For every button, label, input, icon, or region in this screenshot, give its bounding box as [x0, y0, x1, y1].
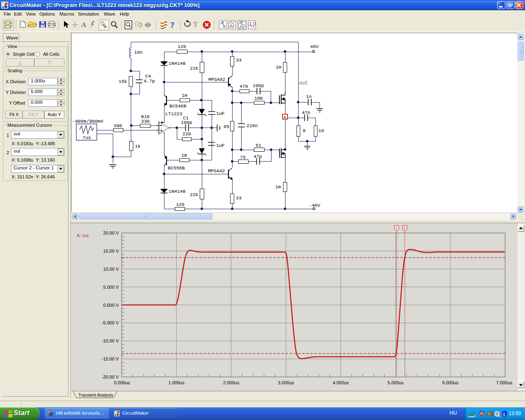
svg-text:1m: 1m: [276, 64, 281, 70]
svg-text:1uF: 1uF: [216, 111, 225, 116]
svg-text:-40V: -40V: [309, 203, 320, 208]
svg-text:15.00 V: 15.00 V: [103, 249, 119, 253]
svg-text:75: 75: [240, 155, 246, 160]
svg-text:Transient Analysis: Transient Analysis: [78, 393, 113, 397]
svg-text:1.000us: 1.000us: [169, 380, 185, 385]
svg-text:22k: 22k: [190, 192, 199, 197]
svg-text:2.000us: 2.000us: [223, 380, 240, 385]
svg-text:BC556B: BC556B: [168, 165, 185, 171]
svg-text:15k: 15k: [119, 79, 127, 84]
svg-text:1N4148: 1N4148: [169, 189, 186, 194]
svg-text:390: 390: [114, 123, 122, 128]
svg-text:5.000us: 5.000us: [388, 380, 404, 385]
svg-text:A: A: [284, 115, 286, 120]
svg-text:95: 95: [224, 124, 229, 129]
svg-text:120: 120: [178, 44, 186, 49]
svg-text:10: 10: [318, 128, 324, 133]
svg-text:2: 2: [404, 226, 406, 230]
svg-text:1m: 1m: [275, 184, 281, 189]
svg-text:1uF: 1uF: [216, 143, 225, 148]
svg-text:6.000us: 6.000us: [442, 380, 459, 385]
svg-text:out: out: [299, 80, 308, 86]
svg-text:33: 33: [236, 57, 242, 63]
svg-text:10n: 10n: [134, 50, 143, 55]
svg-text:1m: 1m: [182, 93, 187, 98]
svg-text:100p: 100p: [181, 120, 192, 125]
svg-text:100p: 100p: [253, 83, 264, 88]
svg-text:51: 51: [256, 143, 261, 148]
svg-text:22k: 22k: [190, 66, 199, 71]
svg-text:7.000us: 7.000us: [496, 380, 513, 385]
svg-text:8: 8: [303, 128, 306, 133]
svg-text:120: 120: [176, 202, 185, 207]
svg-text:100: 100: [254, 96, 263, 101]
svg-text:-10.00 V: -10.00 V: [102, 338, 119, 343]
svg-text:-20.00 V: -20.00 V: [102, 374, 119, 379]
svg-text:0.000us: 0.000us: [114, 380, 130, 385]
svg-text:LT1223: LT1223: [165, 111, 183, 116]
svg-text:3.000us: 3.000us: [278, 380, 294, 385]
svg-text:47n: 47n: [302, 110, 310, 115]
svg-text:MPSA92: MPSA92: [208, 77, 226, 82]
svg-text:4.000us: 4.000us: [333, 380, 349, 385]
svg-text:1N4148: 1N4148: [169, 61, 186, 66]
svg-text:330: 330: [141, 119, 150, 124]
svg-text:4.7p: 4.7p: [144, 78, 155, 84]
svg-text:1n: 1n: [306, 94, 312, 99]
svg-text:5.000 V: 5.000 V: [103, 285, 119, 290]
svg-text:1k: 1k: [135, 144, 141, 149]
svg-text:1: 1: [395, 226, 397, 230]
svg-text:?: ?: [170, 21, 174, 30]
svg-text:47p: 47p: [253, 154, 262, 159]
svg-text:-900m/900mV: -900m/900mV: [72, 119, 103, 124]
svg-text:33: 33: [236, 195, 242, 201]
svg-text:-5.000 V: -5.000 V: [102, 320, 119, 325]
svg-text:7us: 7us: [82, 135, 91, 140]
svg-text:A: out: A: out: [77, 233, 89, 238]
svg-text:10.00 V: 10.00 V: [103, 267, 119, 272]
svg-text:1m: 1m: [181, 153, 187, 158]
svg-text:A: A: [81, 21, 87, 29]
svg-text:220: 220: [183, 131, 191, 137]
svg-text:470: 470: [240, 84, 248, 89]
svg-text:0.000 V: 0.000 V: [103, 303, 119, 308]
svg-text:20.00 V: 20.00 V: [103, 231, 119, 235]
svg-text:BC546B: BC546B: [169, 103, 187, 109]
svg-text:-15.00 V: -15.00 V: [102, 356, 119, 361]
svg-text:MPSA42: MPSA42: [208, 168, 225, 173]
svg-text:40V: 40V: [310, 44, 319, 49]
svg-text:220n: 220n: [247, 123, 258, 128]
